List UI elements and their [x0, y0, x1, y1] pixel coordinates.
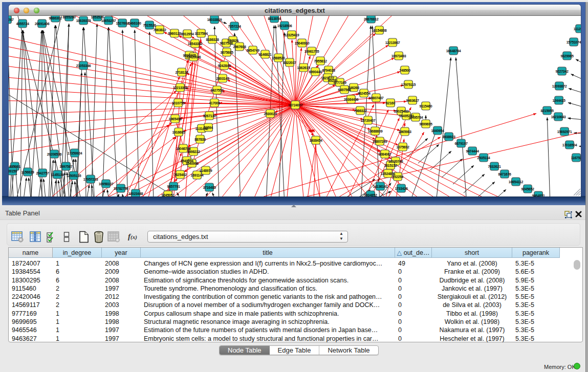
- svg-text:8938923: 8938923: [442, 135, 455, 139]
- svg-text:18807249: 18807249: [373, 140, 387, 143]
- svg-text:2967608: 2967608: [233, 45, 246, 49]
- svg-text:62160: 62160: [386, 101, 395, 105]
- svg-text:10025433: 10025433: [394, 110, 409, 113]
- svg-text:3997587: 3997587: [59, 165, 73, 168]
- svg-text:20691406: 20691406: [35, 22, 50, 26]
- svg-text:835061: 835061: [9, 165, 20, 168]
- svg-text:12325419: 12325419: [285, 33, 299, 37]
- svg-text:9699695: 9699695: [419, 122, 432, 126]
- svg-text:3716485: 3716485: [203, 186, 216, 189]
- svg-text:8322037: 8322037: [283, 61, 296, 64]
- svg-text:10653257: 10653257: [101, 19, 116, 23]
- svg-text:9146821: 9146821: [258, 53, 272, 56]
- svg-text:4055724: 4055724: [16, 22, 29, 26]
- svg-text:1942267: 1942267: [9, 18, 14, 21]
- svg-text:6466160: 6466160: [128, 21, 141, 25]
- svg-text:1010755: 1010755: [171, 101, 185, 105]
- svg-text:3267130: 3267130: [203, 114, 216, 118]
- svg-text:1145134: 1145134: [51, 173, 64, 177]
- svg-text:10973493: 10973493: [391, 54, 406, 58]
- svg-text:21053346: 21053346: [76, 64, 91, 68]
- svg-text:1640954: 1640954: [431, 129, 444, 133]
- svg-text:16543382: 16543382: [188, 42, 203, 46]
- svg-text:7986322: 7986322: [354, 109, 367, 113]
- svg-text:1540998: 1540998: [185, 162, 199, 165]
- svg-text:6990448: 6990448: [309, 70, 322, 74]
- svg-text:9474444: 9474444: [466, 149, 479, 153]
- svg-text:9857791: 9857791: [167, 185, 180, 188]
- svg-text:6679197: 6679197: [454, 142, 468, 145]
- svg-text:252254: 252254: [392, 175, 403, 179]
- svg-text:2942757: 2942757: [36, 171, 49, 175]
- svg-text:9245652: 9245652: [521, 187, 534, 191]
- svg-text:19218506: 19218506: [277, 24, 292, 28]
- svg-text:9245052: 9245052: [161, 193, 175, 197]
- svg-text:9329965: 9329965: [560, 54, 574, 58]
- svg-text:20206536: 20206536: [47, 152, 62, 156]
- svg-text:16648784: 16648784: [446, 49, 461, 53]
- svg-text:9084067: 9084067: [378, 152, 391, 156]
- svg-text:9934852: 9934852: [364, 193, 377, 197]
- svg-text:1148979: 1148979: [200, 169, 212, 172]
- svg-text:9463627: 9463627: [406, 99, 419, 102]
- svg-text:3227564: 3227564: [194, 32, 208, 35]
- svg-text:1691144: 1691144: [191, 173, 204, 177]
- svg-text:8912954: 8912954: [181, 32, 194, 36]
- svg-text:2803144: 2803144: [216, 77, 229, 80]
- svg-text:8427552: 8427552: [210, 89, 224, 92]
- svg-text:116753: 116753: [571, 156, 581, 160]
- svg-text:20876812: 20876812: [364, 17, 379, 21]
- svg-text:7663822: 7663822: [153, 28, 166, 32]
- svg-text:12505135: 12505135: [67, 174, 81, 178]
- svg-text:10654112: 10654112: [509, 180, 524, 184]
- svg-text:417006: 417006: [209, 101, 220, 105]
- svg-text:15751074: 15751074: [567, 40, 581, 44]
- svg-text:1362615: 1362615: [297, 66, 310, 70]
- svg-text:10639378: 10639378: [76, 19, 91, 23]
- svg-text:16495784: 16495784: [408, 116, 423, 119]
- svg-text:1615152: 1615152: [384, 164, 397, 167]
- svg-text:10958107: 10958107: [99, 182, 114, 186]
- svg-text:20364436: 20364436: [344, 98, 359, 101]
- svg-text:16033809: 16033809: [207, 18, 222, 21]
- svg-text:17016504: 17016504: [562, 143, 577, 147]
- svg-text:17359924: 17359924: [68, 151, 82, 155]
- svg-text:8355260: 8355260: [62, 16, 76, 19]
- svg-text:2935114: 2935114: [477, 156, 490, 160]
- svg-text:9227342: 9227342: [555, 70, 569, 73]
- svg-text:3498222: 3498222: [187, 150, 200, 154]
- svg-text:9242848: 9242848: [217, 64, 231, 68]
- svg-text:17957223: 17957223: [83, 178, 98, 181]
- svg-text:1965498: 1965498: [168, 117, 182, 121]
- svg-text:14136141: 14136141: [373, 185, 388, 188]
- svg-text:3675685: 3675685: [220, 51, 233, 54]
- svg-text:12213369: 12213369: [173, 86, 188, 90]
- svg-text:9464851: 9464851: [532, 194, 545, 197]
- svg-text:1938454: 1938454: [309, 139, 322, 142]
- svg-text:9115460: 9115460: [420, 104, 432, 108]
- svg-text:9827508: 9827508: [220, 41, 233, 45]
- svg-text:1965983: 1965983: [398, 130, 411, 134]
- svg-text:15720407: 15720407: [361, 119, 376, 122]
- svg-text:8813054: 8813054: [268, 17, 281, 20]
- svg-text:18724007: 18724007: [288, 103, 303, 107]
- svg-text:1112064: 1112064: [574, 27, 581, 31]
- svg-text:7515526: 7515526: [143, 24, 156, 27]
- svg-text:8471676: 8471676: [498, 172, 511, 176]
- svg-text:17975115: 17975115: [401, 83, 416, 86]
- svg-text:16120746: 16120746: [388, 160, 403, 163]
- svg-text:1588520: 1588520: [272, 56, 285, 60]
- svg-text:12093872: 12093872: [552, 84, 567, 88]
- svg-text:748500: 748500: [399, 69, 410, 72]
- svg-text:15692971: 15692971: [557, 130, 572, 134]
- svg-text:16210643: 16210643: [551, 115, 566, 119]
- svg-text:6497568: 6497568: [338, 88, 351, 92]
- svg-text:8186328: 8186328: [206, 38, 219, 41]
- svg-text:10961755: 10961755: [304, 50, 319, 53]
- svg-text:39159: 39159: [9, 169, 17, 173]
- svg-text:9886302: 9886302: [49, 16, 62, 20]
- svg-text:15640910: 15640910: [295, 41, 310, 45]
- svg-text:12213967: 12213967: [385, 41, 400, 45]
- svg-text:53594: 53594: [204, 126, 213, 129]
- svg-text:1156829: 1156829: [21, 170, 34, 174]
